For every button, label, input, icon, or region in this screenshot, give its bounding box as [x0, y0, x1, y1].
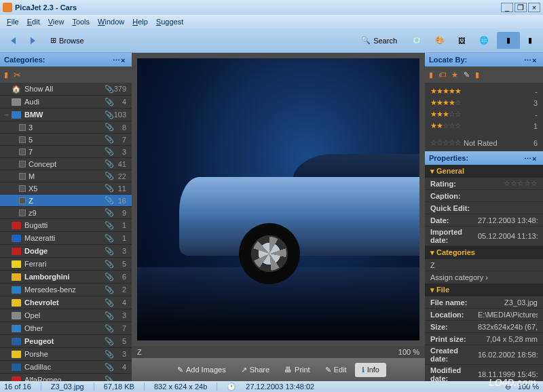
category-count: 5: [113, 260, 129, 268]
search-button[interactable]: 🔍 Search: [356, 33, 402, 47]
category-count: 9: [113, 209, 129, 217]
category-item[interactable]: Ferrari 📎 5: [0, 258, 132, 271]
close-button[interactable]: ×: [528, 3, 540, 12]
share-button[interactable]: ↗Share: [234, 363, 276, 377]
clip-icon: 📎: [105, 298, 113, 307]
category-item[interactable]: Z 📎 16: [0, 195, 132, 207]
edit-button[interactable]: ✎Edit: [318, 363, 354, 377]
rating-filter[interactable]: ★★★☆☆ -: [425, 109, 543, 120]
category-item[interactable]: Dodge 📎 3: [0, 245, 132, 258]
section-categories[interactable]: ▾ Categories: [425, 246, 543, 259]
category-label: AlfaRomeo: [22, 376, 105, 381]
category-item[interactable]: − BMW 📎 103: [0, 109, 132, 121]
zoom-out-icon[interactable]: ⊖: [505, 383, 511, 391]
prop-rating-label: Rating:: [430, 180, 478, 188]
category-item[interactable]: Other 📎 7: [0, 322, 132, 335]
prop-rating-value[interactable]: ☆☆☆☆☆: [478, 179, 538, 188]
info-icon: ℹ: [362, 366, 364, 374]
add-images-button[interactable]: ✎Add Images: [170, 363, 233, 377]
brand-icon: [11, 285, 22, 294]
category-item[interactable]: X5 📎 11: [0, 182, 132, 195]
category-count: 3: [113, 247, 129, 255]
panel-close-icon[interactable]: ×: [121, 56, 128, 63]
locate-edit-icon[interactable]: ✎: [464, 71, 470, 79]
section-file[interactable]: ▾ File: [425, 283, 543, 296]
panel-menu-icon[interactable]: ⋯: [524, 155, 531, 161]
prop-date-label: Date:: [430, 216, 478, 224]
book-icon[interactable]: ▮: [4, 71, 8, 79]
prop-printsize-label: Print size:: [430, 335, 478, 343]
category-count: 5: [113, 337, 129, 345]
category-show-all[interactable]: 🏠 Show All 📎 379: [0, 83, 132, 96]
locate-folder-icon[interactable]: ▮: [475, 71, 479, 79]
category-item[interactable]: Cadillac 📎 4: [0, 361, 132, 374]
tool-globe-button[interactable]: 🌐: [474, 33, 494, 47]
section-general[interactable]: ▾ General: [425, 165, 543, 178]
panel-menu-icon[interactable]: ⋯: [113, 56, 119, 63]
clip-icon: 📎: [105, 234, 113, 243]
category-item[interactable]: Mersedes-benz 📎 2: [0, 283, 132, 296]
clip-icon: 📎: [105, 337, 113, 346]
category-item[interactable]: Peugeot 📎 5: [0, 335, 132, 348]
category-item[interactable]: Porshe 📎 3: [0, 348, 132, 361]
add-images-label: Add Images: [186, 366, 226, 374]
view-tab[interactable]: ▮: [523, 33, 538, 47]
status-timestamp: 27.12.2003 13:48:02: [246, 383, 314, 391]
arrow-right-icon: [31, 37, 35, 44]
category-item[interactable]: Chevrolet 📎 4: [0, 296, 132, 309]
rating-filter[interactable]: ★★★★☆ 3: [425, 97, 543, 109]
rating-filter[interactable]: ★★★★★ -: [425, 85, 543, 97]
assign-category-link[interactable]: Assign category ›: [425, 271, 543, 283]
maximize-button[interactable]: ❐: [514, 3, 527, 12]
rating-filter[interactable]: ★★☆☆☆ 1: [425, 120, 543, 132]
panel-close-icon[interactable]: ×: [532, 56, 539, 63]
category-label: Show All: [22, 85, 105, 93]
info-button[interactable]: ℹInfo: [355, 363, 386, 377]
category-item[interactable]: Opel 📎 3: [0, 309, 132, 322]
category-item[interactable]: 7 📎 3: [0, 146, 132, 158]
menu-view[interactable]: View: [44, 16, 69, 27]
panel-close-icon[interactable]: ×: [532, 155, 539, 161]
scissors-icon[interactable]: ✂: [14, 70, 21, 80]
category-item[interactable]: Audi 📎 4: [0, 96, 132, 109]
locate-book-icon[interactable]: ▮: [429, 71, 433, 79]
print-button[interactable]: 🖶Print: [278, 363, 317, 376]
category-item[interactable]: Concept 📎 41: [0, 158, 132, 170]
locate-tag-icon[interactable]: 🏷: [438, 71, 446, 79]
tool-palette-button[interactable]: 🎨: [430, 33, 450, 47]
category-item[interactable]: M 📎 22: [0, 170, 132, 182]
category-item[interactable]: AlfaRomeo 📎: [0, 374, 132, 381]
category-count: 103: [113, 111, 129, 119]
view-tab-active[interactable]: ▮: [497, 32, 520, 49]
panel-menu-icon[interactable]: ⋯: [524, 56, 531, 63]
category-item[interactable]: Mazeratti 📎 1: [0, 232, 132, 245]
category-item[interactable]: z9 📎 9: [0, 207, 132, 219]
minimize-button[interactable]: _: [501, 3, 513, 12]
menu-file[interactable]: File: [3, 16, 23, 27]
category-label: M: [26, 172, 105, 180]
category-item[interactable]: 3 📎 8: [0, 121, 132, 134]
expand-icon[interactable]: −: [3, 111, 11, 119]
menu-suggest[interactable]: Suggest: [152, 16, 187, 27]
browse-button[interactable]: ⊞ Browse: [45, 33, 90, 47]
menu-help[interactable]: Help: [128, 16, 152, 27]
menu-edit[interactable]: Edit: [23, 16, 44, 27]
image-viewer[interactable]: [132, 53, 425, 346]
category-item[interactable]: 5 📎 7: [0, 134, 132, 146]
clip-icon: 📎: [105, 286, 113, 294]
category-label: 7: [26, 148, 105, 156]
category-item[interactable]: Bugatti 📎 1: [0, 219, 132, 232]
locate-star-icon[interactable]: ★: [451, 71, 458, 79]
nav-back-button[interactable]: [5, 35, 21, 47]
menu-tools[interactable]: Tools: [68, 16, 94, 27]
category-item[interactable]: Lamborghini 📎 6: [0, 271, 132, 283]
menu-window[interactable]: Window: [94, 16, 128, 27]
properties-header-label: Properties:: [429, 154, 468, 162]
nav-forward-button[interactable]: [25, 35, 41, 47]
tool-image-button[interactable]: 🖼: [453, 34, 471, 47]
categories-list: 🏠 Show All 📎 379 Audi 📎 4 − BMW 📎 103 3 …: [0, 83, 132, 381]
rating-filter[interactable]: ☆☆☆☆☆Not Rated 6: [425, 137, 543, 149]
prop-size-label: Size:: [430, 323, 478, 331]
tool-disc-button[interactable]: 💿: [407, 33, 427, 47]
zoom-level: 100 %: [398, 348, 419, 356]
